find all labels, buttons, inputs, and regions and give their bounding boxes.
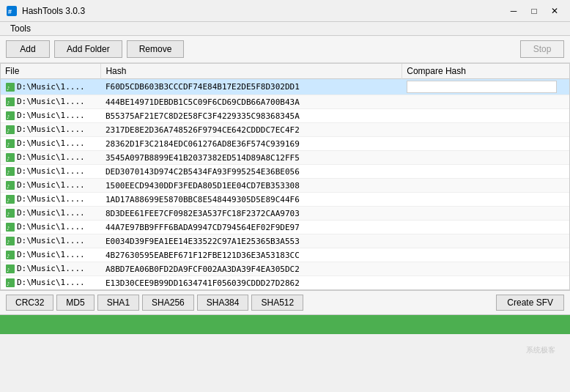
- file-icon: ♪: [5, 222, 15, 232]
- hash-cell: 44A7E97BB9FFF6BADA9947CD794564EF02F9DE97: [101, 221, 402, 234]
- file-cell: ♪D:\Music\1....: [1, 193, 101, 207]
- hash-cell: 28362D1F3C2184EDC061276AD8E36F574C939169: [101, 137, 402, 151]
- menu-tools[interactable]: Tools: [6, 22, 35, 35]
- compare-hash-cell[interactable]: [402, 137, 569, 151]
- svg-text:♪: ♪: [7, 142, 10, 148]
- svg-text:♪: ♪: [7, 198, 10, 204]
- file-icon: ♪: [5, 236, 15, 246]
- compare-hash-cell[interactable]: [402, 109, 569, 123]
- file-cell: ♪D:\Music\1....: [1, 234, 101, 248]
- progress-bar-container: [0, 315, 570, 334]
- table-row[interactable]: ♪D:\Music\1....1500EECD9430DDF3FEDA805D1…: [1, 179, 569, 193]
- progress-bar: [6, 318, 564, 331]
- title-bar-controls: ─ □ ✕: [504, 3, 564, 19]
- hash-cell: B55375AF21E7C8D2E58FC3F4229335C98368345A: [101, 109, 402, 123]
- svg-text:♪: ♪: [7, 240, 10, 245]
- compare-hash-cell[interactable]: [402, 262, 569, 276]
- table-row[interactable]: ♪D:\Music\1....3545A097B8899E41B2037382E…: [1, 151, 569, 165]
- file-cell: ♪D:\Music\1....: [1, 262, 101, 276]
- add-folder-button[interactable]: Add Folder: [54, 40, 122, 58]
- compare-hash-cell[interactable]: [402, 79, 569, 95]
- file-cell: ♪D:\Music\1....: [1, 248, 101, 262]
- file-icon: ♪: [5, 97, 15, 107]
- file-cell: ♪D:\Music\1....: [1, 137, 101, 151]
- file-cell: ♪D:\Music\1....: [1, 207, 101, 221]
- compare-hash-cell[interactable]: [402, 248, 569, 262]
- file-icon: ♪: [5, 166, 15, 177]
- svg-text:#: #: [8, 8, 12, 15]
- stop-button[interactable]: Stop: [520, 40, 564, 58]
- app-icon: #: [6, 5, 18, 17]
- maximize-button[interactable]: □: [525, 3, 544, 19]
- table-row[interactable]: ♪D:\Music\1....444BE14971DEBDB1C5C09F6CD…: [1, 95, 569, 109]
- compare-hash-cell[interactable]: [402, 179, 569, 193]
- table-row[interactable]: ♪D:\Music\1....2317DE8E2D36A748526F9794C…: [1, 123, 569, 137]
- table-row[interactable]: ♪D:\Music\1....1AD17A88699E5870BBC8E5484…: [1, 193, 569, 207]
- sha1-button[interactable]: SHA1: [97, 295, 139, 311]
- add-button[interactable]: Add: [6, 40, 50, 58]
- table-body: ♪D:\Music\1....F60D5CDB603B3CCCDF74E84B1…: [1, 79, 569, 291]
- hash-cell: E13D30CEE9B99DD1634741F056039CDDD27D2862: [101, 276, 402, 290]
- svg-text:♪: ♪: [7, 86, 10, 92]
- compare-hash-cell[interactable]: [402, 165, 569, 179]
- crc32-button[interactable]: CRC32: [6, 295, 53, 311]
- sha512-button[interactable]: SHA512: [251, 295, 303, 311]
- md5-button[interactable]: MD5: [56, 295, 94, 311]
- file-icon: ♪: [5, 250, 15, 260]
- hash-cell: 4B27630595EABEF671F12FBE121D36E3A53183CC: [101, 248, 402, 262]
- hash-cell: F60D5CDB603B3CCCDF74E84B17E2DE5F8D302DD1: [101, 79, 402, 95]
- svg-text:♪: ♪: [7, 100, 10, 106]
- table-row[interactable]: ♪D:\Music\1....44A7E97BB9FFF6BADA9947CD7…: [1, 221, 569, 234]
- compare-hash-cell[interactable]: [402, 123, 569, 137]
- file-icon: ♪: [5, 138, 15, 149]
- title-bar-left: # HashTools 3.0.3: [6, 5, 85, 17]
- file-icon: ♪: [5, 208, 15, 218]
- file-cell: ♪D:\Music\1....: [1, 221, 101, 234]
- table-row[interactable]: ♪D:\Music\1....28362D1F3C2184EDC061276AD…: [1, 137, 569, 151]
- table-row[interactable]: ♪D:\Music\1....A8BD7EA06B0FD2DA9FCF002AA…: [1, 262, 569, 276]
- create-sfv-button[interactable]: Create SFV: [496, 295, 564, 311]
- file-cell: ♪D:\Music\1....: [1, 109, 101, 123]
- svg-text:♪: ♪: [7, 114, 10, 120]
- table-row[interactable]: ♪D:\Music\1....F60D5CDB603B3CCCDF74E84B1…: [1, 79, 569, 95]
- close-button[interactable]: ✕: [545, 3, 564, 19]
- table-row[interactable]: ♪D:\Music\1....B55375AF21E7C8D2E58FC3F42…: [1, 109, 569, 123]
- file-cell: ♪D:\Music\1....: [1, 95, 101, 109]
- sha384-button[interactable]: SHA384: [197, 295, 249, 311]
- table-row[interactable]: ♪D:\Music\1....4B27630595EABEF671F12FBE1…: [1, 248, 569, 262]
- svg-text:♪: ♪: [7, 254, 10, 259]
- hash-cell: 444BE14971DEBDB1C5C09F6CD69CDB66A700B43A: [101, 95, 402, 109]
- compare-hash-cell[interactable]: [402, 95, 569, 109]
- compare-hash-cell[interactable]: [402, 151, 569, 165]
- remove-button[interactable]: Remove: [127, 40, 185, 58]
- compare-hash-cell[interactable]: [402, 276, 569, 290]
- table-row[interactable]: ♪D:\Music\1....DED3070143D974C2B5434FA93…: [1, 165, 569, 179]
- file-cell: ♪D:\Music\1....: [1, 123, 101, 137]
- svg-text:♪: ♪: [7, 226, 10, 232]
- table-row[interactable]: ♪D:\Music\1....E0034D39F9EA1EE14E33522C9…: [1, 234, 569, 248]
- col-hash: Hash: [101, 64, 402, 79]
- compare-hash-cell[interactable]: [402, 221, 569, 234]
- file-cell: ♪D:\Music\1....: [1, 165, 101, 179]
- file-icon: ♪: [5, 152, 15, 163]
- menu-bar: Tools: [0, 22, 570, 36]
- compare-hash-input[interactable]: [407, 81, 557, 93]
- svg-text:♪: ♪: [7, 184, 10, 190]
- hash-cell: 2317DE8E2D36A748526F9794CE642CDDDC7EC4F2: [101, 123, 402, 137]
- file-cell: ♪D:\Music\1....: [1, 79, 101, 95]
- compare-hash-cell[interactable]: [402, 234, 569, 248]
- table-row[interactable]: ♪D:\Music\1....8D3DEE61FEE7CF0982E3A537F…: [1, 207, 569, 221]
- file-table-container[interactable]: File Hash Compare Hash ♪D:\Music\1....F6…: [0, 63, 570, 290]
- file-cell: ♪D:\Music\1....: [1, 276, 101, 290]
- hash-cell: A8BD7EA06B0FD2DA9FCF002AA3DA39F4EA305DC2: [101, 262, 402, 276]
- minimize-button[interactable]: ─: [504, 3, 523, 19]
- svg-text:♪: ♪: [7, 156, 10, 162]
- compare-hash-cell[interactable]: [402, 193, 569, 207]
- file-icon: ♪: [5, 194, 15, 204]
- table-row[interactable]: ♪D:\Music\1....E13D30CEE9B99DD1634741F05…: [1, 276, 569, 290]
- bottom-toolbar: CRC32 MD5 SHA1 SHA256 SHA384 SHA512 Crea…: [0, 290, 570, 315]
- compare-hash-cell[interactable]: [402, 207, 569, 221]
- file-icon: ♪: [5, 278, 15, 288]
- sha256-button[interactable]: SHA256: [142, 295, 194, 311]
- hash-cell: DED3070143D974C2B5434FA93F995254E36BE056: [101, 165, 402, 179]
